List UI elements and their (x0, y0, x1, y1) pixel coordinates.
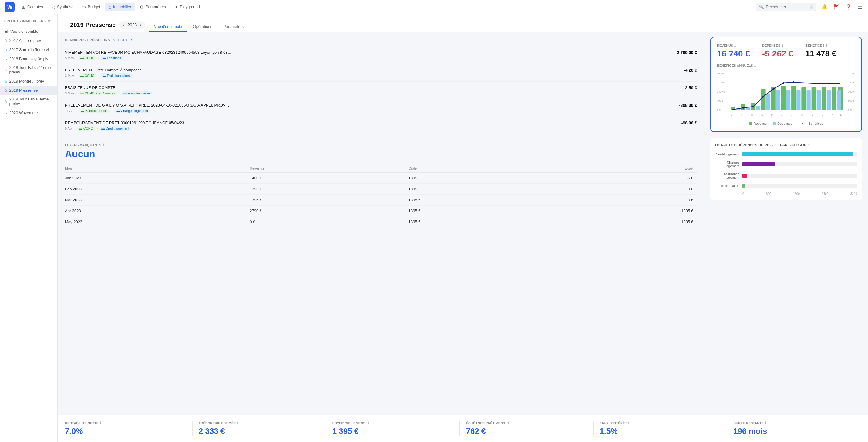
loyers-ecart: 0 € (547, 195, 697, 206)
year-next-button[interactable]: › (139, 22, 142, 28)
svg-rect-27 (756, 106, 760, 110)
revenus-info-icon[interactable]: ℹ (734, 43, 736, 48)
nav-playground[interactable]: ✦ Playground (171, 3, 204, 11)
loyers-ecart: -5 € (547, 173, 697, 184)
year-navigator: ‹ 2023 › (119, 21, 145, 29)
svg-text:N: N (832, 113, 833, 116)
help-icon[interactable]: ❓ (844, 3, 853, 11)
flag-icon[interactable]: 🚩 (832, 3, 841, 11)
loyers-section: LOYERS MANQUANTS ℹ Aucun Mois Revenus Ci… (65, 143, 697, 227)
svg-text:0 €: 0 € (848, 108, 851, 111)
cat-bar-fill (742, 174, 747, 178)
operation-row[interactable]: PRELEVEMENT DE G A L Y O S.A REF : PREL.… (65, 99, 697, 117)
svg-rect-18 (781, 86, 786, 110)
tab-parametres[interactable]: Paramètres (218, 22, 249, 32)
edit-projects-icon[interactable]: ✏ (48, 19, 51, 23)
content-area: DERNIÈRES OPÉRATIONS Voir plus... › VIRE… (58, 32, 868, 415)
sidebar-item-vue-ensemble[interactable]: ⊞ Vue d'ensemble (0, 27, 57, 36)
cat-bar-row: Assurance logement (715, 172, 857, 179)
nav-budget[interactable]: ▭ Budget (78, 3, 104, 11)
svg-text:D: D (840, 113, 842, 116)
account-icon: ▬ (81, 74, 84, 78)
metric-label: TAUX D'INTÉRÊT ℹ (599, 421, 721, 425)
metric-info-icon[interactable]: ℹ (100, 421, 101, 425)
loyers-row: Jan 2023 1400 € 1395 € -5 € (65, 173, 697, 184)
metric-info-icon[interactable]: ℹ (628, 421, 630, 425)
cat-bar-track (742, 152, 857, 156)
metric-info-icon[interactable]: ℹ (765, 421, 766, 425)
svg-text:3200 €: 3200 € (848, 72, 855, 75)
sidebar-item-2017-asniere[interactable]: ⌂ 2017 Asniere prev (0, 36, 57, 45)
col-ecart: Ecart (547, 165, 697, 173)
cat-bar-label: Assurance logement (715, 172, 739, 179)
app-logo[interactable]: W (5, 2, 14, 12)
main-content: ‹ 2019 Pressense ‹ 2023 › Vue d'ensemble… (58, 14, 868, 442)
back-button[interactable]: ‹ (65, 22, 66, 28)
menu-icon[interactable]: ☰ (857, 3, 863, 11)
see-more-button[interactable]: Voir plus... › (113, 38, 132, 42)
operation-row[interactable]: PRELEVEMENT Offre Compte À composer 3 Ma… (65, 64, 697, 82)
loyers-mois: Feb 2023 (65, 184, 250, 195)
loyers-mois: Apr 2023 (65, 206, 250, 216)
annual-chart-area: 2800 € 2100 € 1400 € 700 € 0 € 3200 € 24… (717, 71, 855, 119)
operation-row[interactable]: VIREMENT EN VOTRE FAVEUR MC ECHAFAUDAGE … (65, 47, 697, 64)
benefices-info-icon[interactable]: ℹ (826, 43, 827, 48)
svg-text:J: J (731, 113, 732, 116)
year-prev-button[interactable]: ‹ (122, 22, 125, 28)
bottom-metrics: RENTABILITÉ NETTE ℹ 7.0% TRÉSORERIE ESTI… (58, 415, 868, 442)
chart-legend: Revenus Dépenses —●— Bénéfices (717, 122, 855, 125)
metric-label: TRÉSORERIE ESTIMÉE ℹ (199, 421, 320, 425)
sidebar-item-2020-wazemme[interactable]: ⌂ 2020 Wazemme (0, 108, 57, 117)
metric-info-icon[interactable]: ℹ (368, 421, 369, 425)
sidebar-item-2018-tour-fabia[interactable]: ⌂ 2018 Tour Fabia 11eme prelev (0, 63, 57, 77)
svg-rect-35 (837, 90, 841, 110)
budget-icon: ▭ (82, 5, 86, 9)
tab-operations[interactable]: Opérations (187, 22, 218, 32)
cat-bar-label: Frais bancaires (715, 184, 739, 187)
sidebar-item-2019-montreuil[interactable]: ⌂ 2019 Montreuil prev (0, 77, 57, 86)
metric-label: RENTABILITÉ NETTE ℹ (65, 421, 186, 425)
operation-row[interactable]: FRAIS TENUE DE COMPTE 3 May · ▬ CCHQ Pre… (65, 82, 697, 99)
category-tag: ▬ Frais bancaires (101, 73, 131, 78)
nav-parametres[interactable]: ⚙ Paramètres (136, 3, 169, 11)
nav-comptes[interactable]: ⊞ Comptes (18, 3, 47, 11)
loyers-mois: Mar 2023 (65, 195, 250, 206)
sidebar-item-2019-tour-fabia[interactable]: ⌂ 2019 Tour Fabia 8eme prelev (0, 95, 57, 108)
sidebar-item-2018-bonnevay[interactable]: ⌂ 2018 Bonnevay 3e plv (0, 54, 57, 63)
depenses-info-icon[interactable]: ℹ (781, 43, 783, 48)
svg-rect-28 (766, 93, 770, 110)
metric-value: 1.5% (599, 426, 721, 436)
metric-info-icon[interactable]: ℹ (237, 421, 239, 425)
svg-rect-20 (801, 87, 806, 110)
chart-info-icon[interactable]: ℹ (754, 63, 756, 68)
notification-bell-icon[interactable]: 🔔 (820, 3, 829, 11)
category-tag: ▬ Crédit logement (99, 126, 131, 130)
svg-text:2400 €: 2400 € (848, 81, 855, 84)
account-icon: ▬ (79, 126, 83, 130)
sidebar-header: PROJETS IMMOBILIERS ✏ (0, 19, 57, 27)
loyers-mois: Jan 2023 (65, 173, 250, 184)
col-cible: Cible (408, 165, 547, 173)
account-tag: ▬ CCHQ (79, 73, 96, 78)
metric-info-icon[interactable]: ℹ (507, 421, 509, 425)
operation-desc: PRELEVEMENT Offre Compte À composer (65, 68, 232, 72)
legend-benefices: —●— Bénéfices (799, 122, 824, 125)
sidebar-item-2017-sarrazin[interactable]: ⌂ 2017 Sarrazin 5eme vir (0, 45, 57, 54)
account-icon: ▬ (81, 56, 84, 60)
metric-label: ÉCHÉANCE PRÊT MENS. ℹ (466, 421, 587, 425)
loyers-info-icon[interactable]: ℹ (103, 143, 105, 147)
account-tag: ▬ CCHQ Pret Asnieres (79, 91, 117, 95)
operation-meta: 5 Apr · ▬ CCHQ · ▬ Crédit logement (65, 126, 678, 130)
nav-synthese[interactable]: ◎ Synthèse (48, 3, 77, 11)
search-input[interactable] (766, 5, 808, 9)
tab-vue-ensemble[interactable]: Vue d'ensemble (149, 22, 187, 32)
metric-echeance-pret: ÉCHÉANCE PRÊT MENS. ℹ 762 € (460, 421, 593, 436)
content-left: DERNIÈRES OPÉRATIONS Voir plus... › VIRE… (58, 32, 704, 415)
sidebar-item-2019-pressense[interactable]: ⌂ 2019 Pressense (0, 86, 57, 95)
svg-text:0 €: 0 € (717, 108, 721, 111)
operation-row[interactable]: REMBOURSEMENT DE PRET 00001961290 ECHEAN… (65, 117, 697, 135)
nav-immobilier[interactable]: ⌂ Immobilier (105, 3, 135, 11)
vue-ensemble-icon: ⊞ (4, 29, 8, 34)
search-box[interactable]: 🔍 / (756, 3, 816, 11)
category-bars: Crédit logement Charges logement Assuran… (715, 152, 857, 188)
